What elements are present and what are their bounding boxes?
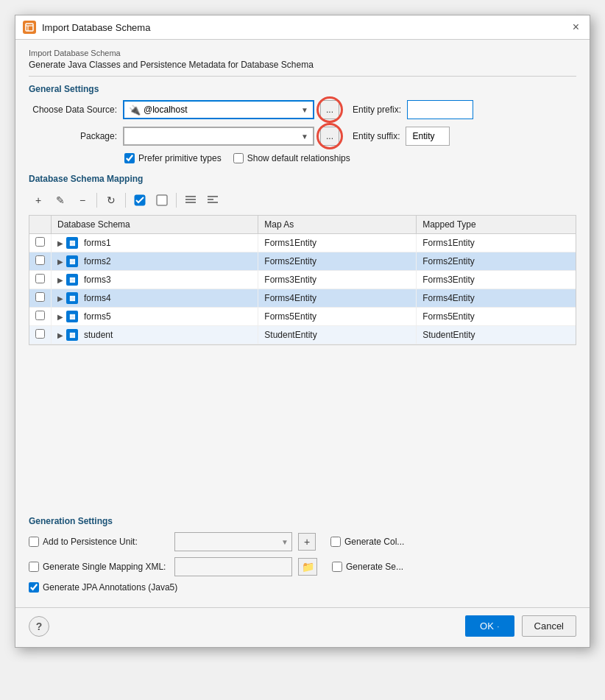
row-db-schema: ▶ ▦ forms4 bbox=[52, 289, 258, 308]
gen-jpa-input[interactable] bbox=[29, 582, 39, 593]
data-source-row: Choose Data Source: 🔌 @localhost ▼ ... E… bbox=[29, 100, 576, 119]
generation-settings-title: Generation Settings bbox=[29, 516, 576, 526]
generate-se-input[interactable] bbox=[332, 562, 342, 572]
title-bar-left: Import Database Schema bbox=[23, 21, 150, 34]
expand-icon[interactable]: ▶ bbox=[57, 313, 63, 321]
col-check bbox=[29, 216, 52, 234]
row-check-cell bbox=[29, 252, 52, 271]
gen-single-label: Generate Single Mapping XML: bbox=[43, 562, 166, 572]
table-row[interactable]: ▶ ▦ forms1 Forms1Entity Forms1Entity bbox=[29, 234, 576, 252]
prefer-primitive-input[interactable] bbox=[124, 153, 135, 163]
generation-settings-section: Generation Settings Add to Persistence U… bbox=[29, 516, 576, 598]
dialog-body: Import Database Schema Generate Java Cla… bbox=[15, 40, 590, 607]
add-persistence-checkbox[interactable]: Add to Persistence Unit: bbox=[29, 537, 169, 547]
refresh-btn[interactable]: ↻ bbox=[102, 191, 121, 209]
table-row[interactable]: ▶ ▦ forms2 Forms2Entity Forms2Entity bbox=[29, 252, 576, 271]
gen-single-input[interactable] bbox=[29, 562, 39, 572]
table-row[interactable]: ▶ ▦ student StudentEntity StudentEntity bbox=[29, 326, 576, 344]
dialog-footer: ? OK · Cancel bbox=[15, 607, 590, 647]
ok-label: OK bbox=[480, 621, 494, 632]
title-bar: Import Database Schema × bbox=[15, 15, 590, 40]
checkboxes-row: Prefer primitive types Show default rela… bbox=[124, 153, 576, 163]
package-select[interactable]: ▼ bbox=[123, 127, 314, 146]
table-row[interactable]: ▶ ▦ forms5 Forms5Entity Forms5Entity bbox=[29, 308, 576, 326]
package-dots-btn[interactable]: ... bbox=[320, 127, 339, 146]
generate-col-label: Generate Col... bbox=[344, 537, 404, 547]
align-all-btn[interactable] bbox=[181, 191, 200, 209]
row-schema-name: forms5 bbox=[84, 311, 111, 322]
persistence-arrow: ▼ bbox=[281, 538, 289, 546]
data-source-dots-btn[interactable]: ... bbox=[320, 100, 339, 119]
close-button[interactable]: × bbox=[570, 20, 582, 35]
svg-rect-0 bbox=[26, 24, 33, 31]
row-checkbox[interactable] bbox=[35, 237, 45, 247]
row-db-schema: ▶ ▦ forms5 bbox=[52, 308, 258, 326]
import-dialog: Import Database Schema × Import Database… bbox=[15, 15, 590, 648]
generate-se-checkbox[interactable]: Generate Se... bbox=[332, 562, 479, 572]
show-default-input[interactable] bbox=[233, 153, 244, 163]
row-db-schema: ▶ ▦ student bbox=[52, 326, 258, 344]
table-header-row: Database Schema Map As Mapped Type bbox=[29, 216, 576, 234]
expand-icon[interactable]: ▶ bbox=[57, 258, 63, 266]
single-xml-select[interactable] bbox=[174, 557, 292, 576]
dialog-title: Import Database Schema bbox=[42, 22, 150, 33]
persistence-add-btn[interactable]: + bbox=[298, 533, 316, 551]
row-checkbox[interactable] bbox=[35, 292, 45, 302]
schema-table-body: ▶ ▦ forms1 Forms1Entity Forms1Entity ▶ ▦… bbox=[29, 234, 576, 344]
row-schema-name: forms4 bbox=[84, 293, 111, 303]
generate-col-checkbox[interactable]: Generate Col... bbox=[330, 537, 478, 547]
dialog-icon bbox=[23, 21, 36, 34]
generate-col-input[interactable] bbox=[330, 537, 341, 547]
uncheck-btn[interactable] bbox=[152, 191, 171, 209]
gen-jpa-checkbox[interactable]: Generate JPA Annotations (Java5) bbox=[29, 582, 177, 593]
expand-icon[interactable]: ▶ bbox=[57, 276, 63, 284]
align-partial-btn[interactable] bbox=[203, 191, 222, 209]
row-checkbox[interactable] bbox=[35, 311, 45, 320]
row-checkbox[interactable] bbox=[35, 255, 45, 265]
separator-3 bbox=[176, 193, 177, 208]
persistence-select[interactable]: ▼ bbox=[174, 532, 292, 551]
table-row[interactable]: ▶ ▦ forms4 Forms4Entity Forms4Entity bbox=[29, 289, 576, 308]
ok-button[interactable]: OK · bbox=[465, 615, 514, 637]
entity-prefix-input[interactable] bbox=[407, 100, 473, 119]
schema-mapping-section: Database Schema Mapping + ✎ − ↻ bbox=[29, 174, 576, 503]
check-btn[interactable] bbox=[130, 191, 149, 209]
table-grid-icon: ▦ bbox=[66, 329, 78, 341]
row-db-schema: ▶ ▦ forms1 bbox=[52, 234, 258, 252]
data-source-select[interactable]: 🔌 @localhost ▼ bbox=[123, 100, 314, 119]
row-check-cell bbox=[29, 271, 52, 289]
gen-row-3: Generate JPA Annotations (Java5) bbox=[29, 582, 576, 593]
ok-dot: · bbox=[497, 621, 500, 632]
add-persistence-input[interactable] bbox=[29, 537, 39, 547]
cancel-button[interactable]: Cancel bbox=[522, 615, 576, 637]
table-row[interactable]: ▶ ▦ forms3 Forms3Entity Forms3Entity bbox=[29, 271, 576, 289]
data-source-label: Choose Data Source: bbox=[29, 105, 117, 115]
show-default-checkbox[interactable]: Show default relationships bbox=[233, 153, 350, 163]
gen-row-1: Add to Persistence Unit: ▼ + Generate Co… bbox=[29, 532, 576, 551]
expand-icon[interactable]: ▶ bbox=[57, 294, 63, 303]
schema-mapping-title: Database Schema Mapping bbox=[29, 174, 576, 184]
entity-prefix-label: Entity prefix: bbox=[353, 105, 401, 115]
package-select-wrapper: ▼ bbox=[123, 127, 314, 146]
edit-btn[interactable]: ✎ bbox=[51, 191, 70, 209]
package-label: Package: bbox=[29, 131, 117, 141]
folder-btn[interactable]: 📁 bbox=[298, 558, 317, 576]
prefer-primitive-checkbox[interactable]: Prefer primitive types bbox=[124, 153, 222, 163]
expand-icon[interactable]: ▶ bbox=[57, 331, 63, 339]
add-btn[interactable]: + bbox=[29, 191, 48, 209]
row-check-cell bbox=[29, 234, 52, 252]
footer-buttons: OK · Cancel bbox=[465, 615, 576, 637]
row-checkbox[interactable] bbox=[35, 329, 45, 339]
svg-rect-4 bbox=[157, 195, 167, 205]
table-grid-icon: ▦ bbox=[66, 255, 78, 267]
row-checkbox[interactable] bbox=[35, 274, 45, 283]
row-map-as: StudentEntity bbox=[258, 326, 417, 344]
remove-btn[interactable]: − bbox=[73, 191, 92, 209]
schema-table: Database Schema Map As Mapped Type ▶ ▦ f… bbox=[29, 216, 576, 344]
gen-single-checkbox[interactable]: Generate Single Mapping XML: bbox=[29, 562, 169, 572]
dialog-header: Import Database Schema Generate Java Cla… bbox=[29, 49, 576, 77]
expand-icon[interactable]: ▶ bbox=[57, 239, 63, 247]
help-button[interactable]: ? bbox=[29, 616, 49, 637]
row-mapped-type: Forms1Entity bbox=[417, 234, 576, 252]
gen-row-2: Generate Single Mapping XML: 📁 Generate … bbox=[29, 557, 576, 576]
